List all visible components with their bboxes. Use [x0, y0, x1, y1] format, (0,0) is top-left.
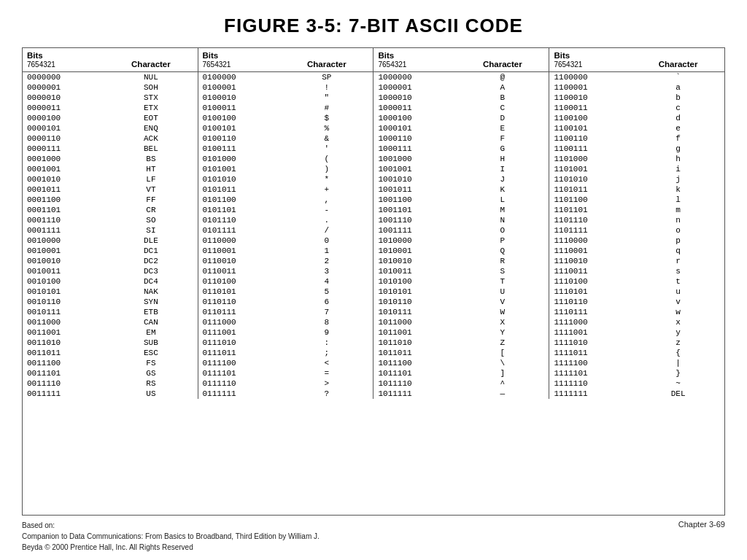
- char-col4: m: [632, 205, 724, 215]
- page-title: FIGURE 3-5: 7-BIT ASCII CODE: [22, 15, 725, 37]
- bits-col4: 1100011: [549, 103, 632, 113]
- bits-col1: 0010001: [23, 246, 104, 256]
- bits-col3: 1011111: [374, 389, 456, 399]
- char-col3: \: [456, 358, 549, 368]
- bits-col2: 0110111: [198, 307, 280, 317]
- char-col4: t: [632, 276, 724, 287]
- bits-col3: 1000011: [374, 103, 456, 113]
- char-col4: o: [632, 225, 724, 236]
- bits-col2: 0100100: [198, 113, 280, 123]
- bits-col3: 1011011: [374, 348, 456, 358]
- char-col2: ): [280, 164, 374, 174]
- bits-col1: 0010010: [23, 256, 104, 266]
- citation-line2: Beyda © 2000 Prentice Hall, Inc. All Rig…: [22, 543, 193, 551]
- char-col3: O: [456, 225, 549, 236]
- char-col1: DC3: [104, 266, 198, 276]
- bits-col3: 1001011: [374, 184, 456, 195]
- char-col4: u: [632, 287, 724, 297]
- col3-char-header: Character: [456, 48, 549, 72]
- char-col1: DC4: [104, 276, 198, 287]
- char-col3: Z: [456, 338, 549, 348]
- bits-col1: 0010101: [23, 287, 104, 297]
- char-col4: j: [632, 174, 724, 184]
- bits-col4: 1111010: [549, 338, 632, 348]
- char-col2: 6: [280, 297, 374, 307]
- bits-col4: 1111111: [549, 389, 632, 399]
- table-row: 0000111BEL0100111'1000111G1100111g: [23, 144, 724, 154]
- char-col3: [: [456, 348, 549, 358]
- char-col4: r: [632, 256, 724, 266]
- bits-col1: 0000110: [23, 133, 104, 144]
- char-col2: 7: [280, 307, 374, 317]
- table-row: 0010100DC4011010041010100T1110100t: [23, 276, 724, 287]
- bits-col2: 0110010: [198, 256, 280, 266]
- char-col4: l: [632, 195, 724, 205]
- char-col3: G: [456, 144, 549, 154]
- bits-col2: 0101100: [198, 195, 280, 205]
- char-col4: k: [632, 184, 724, 195]
- bits-col2: 0111001: [198, 327, 280, 338]
- bits-col3: 1000001: [374, 82, 456, 93]
- char-col3: A: [456, 82, 549, 93]
- table-row: 0001100FF0101100,1001100L1101100l: [23, 195, 724, 205]
- table-row: 0011110RS0111110>1011110^1111110~: [23, 378, 724, 389]
- table-row: 0000001SOH0100001!1000001A1100001a: [23, 82, 724, 93]
- table-row: 0010000DLE011000001010000P1110000p: [23, 236, 724, 246]
- char-col4: DEL: [632, 389, 724, 399]
- char-col3: ^: [456, 378, 549, 389]
- char-col4: }: [632, 368, 724, 378]
- char-col1: SI: [104, 225, 198, 236]
- char-col1: EOT: [104, 113, 198, 123]
- char-col2: .: [280, 215, 374, 225]
- table-row: 0000000NUL0100000SP1000000@1100000`: [23, 72, 724, 83]
- char-col2: :: [280, 338, 374, 348]
- char-col2: 4: [280, 276, 374, 287]
- bits-col3: 1000110: [374, 133, 456, 144]
- char-col4: w: [632, 307, 724, 317]
- col1-bits-header: Bits7654321: [23, 48, 104, 72]
- bits-col1: 0011101: [23, 368, 104, 378]
- char-col3: D: [456, 113, 549, 123]
- char-col1: SYN: [104, 297, 198, 307]
- table-row: 0011000CAN011100081011000X1111000x: [23, 317, 724, 327]
- bits-col4: 1110110: [549, 297, 632, 307]
- table-row: 0001111SI0101111/1001111O1101111o: [23, 225, 724, 236]
- char-col2: ?: [280, 389, 374, 399]
- char-col3: H: [456, 154, 549, 164]
- table-row: 0010011DC3011001131010011S1110011s: [23, 266, 724, 276]
- ascii-table: Bits7654321 Character Bits7654321 Charac…: [23, 48, 724, 399]
- char-col3: P: [456, 236, 549, 246]
- footer-citation: Based on: Companion to Data Communicatio…: [22, 520, 320, 553]
- bits-col1: 0001011: [23, 184, 104, 195]
- char-col2: 9: [280, 327, 374, 338]
- bits-col3: 1001101: [374, 205, 456, 215]
- char-col2: !: [280, 82, 374, 93]
- bits-col2: 0101110: [198, 215, 280, 225]
- char-col4: v: [632, 297, 724, 307]
- char-col4: x: [632, 317, 724, 327]
- bits-col4: 1111101: [549, 368, 632, 378]
- bits-col4: 1101001: [549, 164, 632, 174]
- based-on-label: Based on:: [22, 521, 55, 529]
- bits-col1: 0011010: [23, 338, 104, 348]
- table-row: 0011101GS0111101=1011101]1111101}: [23, 368, 724, 378]
- bits-col4: 1100110: [549, 133, 632, 144]
- char-col1: LF: [104, 174, 198, 184]
- char-col1: VT: [104, 184, 198, 195]
- bits-col4: 1111110: [549, 378, 632, 389]
- char-col3: @: [456, 72, 549, 83]
- table-row: 0010101NAK011010151010101U1110101u: [23, 287, 724, 297]
- chapter-label: Chapter 3-69: [678, 520, 725, 529]
- col3-bits-header: Bits7654321: [374, 48, 456, 72]
- char-col1: SO: [104, 215, 198, 225]
- char-col3: K: [456, 184, 549, 195]
- char-col2: &: [280, 133, 374, 144]
- char-col1: SOH: [104, 82, 198, 93]
- bits-col2: 0110100: [198, 276, 280, 287]
- table-row: 0001110SO0101110.1001110N1101110n: [23, 215, 724, 225]
- bits-col2: 0101101: [198, 205, 280, 215]
- bits-col3: 1010010: [374, 256, 456, 266]
- char-col3: C: [456, 103, 549, 113]
- bits-col2: 0111010: [198, 338, 280, 348]
- table-row: 0000010STX0100010"1000010B1100010b: [23, 93, 724, 103]
